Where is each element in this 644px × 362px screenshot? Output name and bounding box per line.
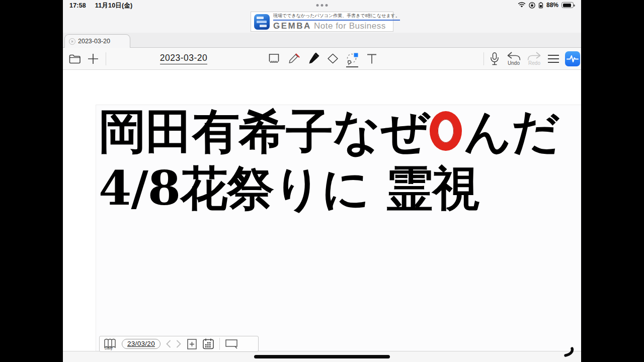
daily-book-button[interactable]: Daily <box>103 338 117 350</box>
note-canvas[interactable]: 岡田有希子なぜんだ 4/8花祭りに 霊視 Daily 23/03/20 <box>63 70 581 362</box>
page-curl[interactable] <box>558 347 576 360</box>
calendar-button[interactable] <box>202 338 214 350</box>
redo-button[interactable]: Redo <box>524 48 544 69</box>
banner-product-name: GEMBA Note for Business <box>273 21 400 31</box>
orientation-lock-icon <box>529 2 535 9</box>
gemba-ad-banner[interactable]: 現場でできなかったパソコン作業、手書きで8割こなせます。 GEMBA Note … <box>251 12 393 32</box>
toolbar-separator <box>106 52 106 65</box>
status-date: 11月10日(金) <box>95 2 133 9</box>
note-text[interactable]: 岡田有希子なぜんだ 4/8花祭りに 霊視 <box>99 103 559 217</box>
text-tool[interactable] <box>364 49 379 68</box>
marker-pen-tool[interactable] <box>305 49 320 68</box>
banner-text: 現場でできなかったパソコン作業、手書きで8割こなせます。 GEMBA Note … <box>273 13 400 31</box>
redo-icon <box>527 51 542 61</box>
stylus-pen-tool[interactable] <box>286 49 301 68</box>
share-app-button[interactable] <box>564 48 581 69</box>
redo-label: Redo <box>528 60 540 66</box>
folder-button[interactable] <box>67 48 83 69</box>
clock: 17:58 <box>69 2 86 9</box>
undo-icon <box>506 51 521 61</box>
banner-tagline: 現場でできなかったパソコン作業、手書きで8割こなせます。 <box>273 13 400 21</box>
tab-close-icon[interactable] <box>69 38 75 45</box>
status-bar: 17:58 11月10日(金) <box>63 0 581 11</box>
red-circle-emoji <box>430 111 462 151</box>
tab-bar: 2023-03-20 <box>63 33 581 48</box>
drawing-tools <box>266 48 379 69</box>
add-note-button[interactable] <box>85 48 101 69</box>
prev-page-button[interactable] <box>166 340 171 348</box>
note-page[interactable]: 岡田有希子なぜんだ 4/8花祭りに 霊視 <box>96 105 581 351</box>
waveform-app-icon <box>565 51 580 66</box>
home-indicator[interactable] <box>254 355 390 358</box>
tab-label: 2023-03-20 <box>78 38 110 45</box>
undo-button[interactable]: Undo <box>504 48 524 69</box>
date-button[interactable]: 23/03/20 <box>122 339 160 349</box>
page-nav-separator <box>219 338 220 350</box>
wifi-icon <box>518 2 526 8</box>
add-page-button[interactable] <box>187 338 197 350</box>
pencil-battery-icon <box>538 2 543 9</box>
comment-view-button[interactable] <box>225 339 238 349</box>
app-screen: 17:58 11月10日(金) <box>63 0 581 362</box>
select-rect-tool[interactable] <box>266 49 281 68</box>
status-right: 88% <box>518 2 574 9</box>
note-title[interactable]: 2023-03-20 <box>133 48 234 69</box>
next-page-button[interactable] <box>176 340 182 348</box>
eraser-tool[interactable] <box>325 49 340 68</box>
battery-icon <box>561 2 574 8</box>
toolbar-separator-2 <box>484 52 484 65</box>
hamburger-icon <box>547 54 559 63</box>
status-left: 17:58 11月10日(金) <box>69 2 132 10</box>
page-nav-toolbar: Daily 23/03/20 <box>99 336 259 352</box>
tab-2023-03-20[interactable]: 2023-03-20 <box>64 34 130 48</box>
lasso-select-tool[interactable] <box>345 49 360 68</box>
daily-label: Daily <box>105 346 113 350</box>
undo-label: Undo <box>508 60 520 66</box>
battery-percent: 88% <box>546 2 558 9</box>
multitask-dots-icon[interactable] <box>316 4 328 7</box>
main-toolbar: 2023-03-20 <box>63 48 581 70</box>
note-line-1: 岡田有希子なぜんだ <box>99 103 559 160</box>
microphone-button[interactable] <box>487 48 502 69</box>
menu-button[interactable] <box>545 48 562 69</box>
gemba-logo-icon <box>254 14 270 30</box>
top-chrome: 17:58 11月10日(金) <box>63 0 581 33</box>
note-line-2: 4/8花祭りに 霊視 <box>99 160 559 217</box>
